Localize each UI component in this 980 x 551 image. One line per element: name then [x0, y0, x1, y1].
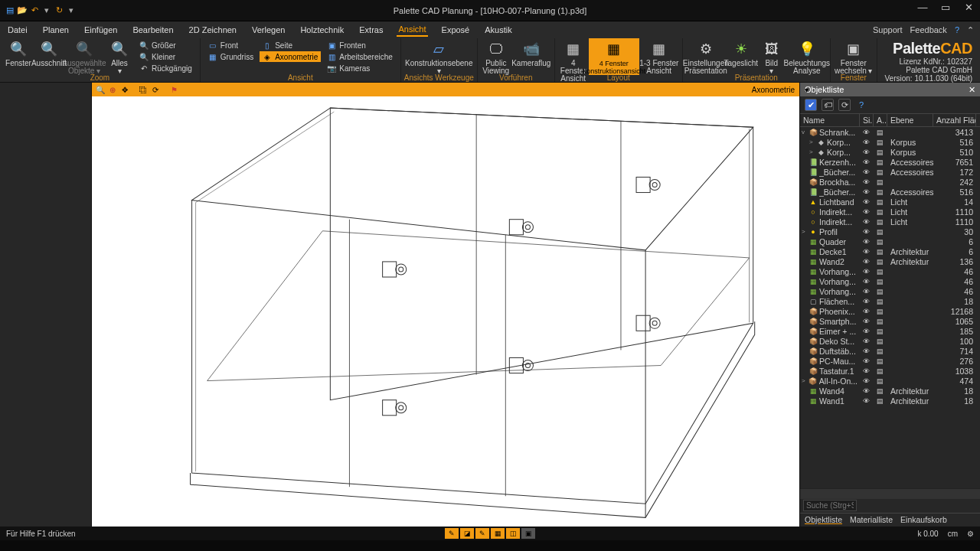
vp-refresh-icon[interactable]: ⟳: [150, 84, 161, 95]
menu-holztechnik[interactable]: Holztechnik: [299, 24, 345, 36]
settings-icon[interactable]: ⚙: [967, 530, 974, 538]
public-viewing-button[interactable]: 🖵Public Viewing: [481, 38, 511, 75]
ansicht-kameras-button[interactable]: 📷Kameras: [324, 63, 395, 73]
tree-row[interactable]: 📦Tastatur.1👁▤1038: [800, 366, 980, 376]
zoom-ausschnitt-button[interactable]: 🔍Ausschnitt: [34, 38, 64, 67]
zoom-fenster-button[interactable]: 🔍Fenster: [3, 38, 34, 67]
tree-row[interactable]: 📦Brockha...👁▤242: [800, 177, 980, 187]
tree-row[interactable]: ○Indirekt...👁▤Licht1110: [800, 207, 980, 217]
qat-more-icon[interactable]: ▾: [66, 5, 77, 16]
viewport-canvas[interactable]: [92, 96, 799, 527]
collapse-ribbon-icon[interactable]: ⌃: [967, 25, 974, 35]
new-icon[interactable]: ▤: [5, 5, 15, 16]
undo-icon[interactable]: ↶: [29, 5, 40, 16]
ansicht-arbeitsbereiche-button[interactable]: ▥Arbeitsbereiche: [324, 51, 395, 62]
tree-row[interactable]: 📗_Bücher...👁▤Accessoires516: [800, 187, 980, 197]
vp-copy-icon[interactable]: ⿻: [138, 84, 149, 95]
tab-materialliste[interactable]: Materialliste: [850, 515, 893, 525]
zoom-groesser-button[interactable]: 🔍Größer: [136, 40, 195, 51]
fenster-wechseln-button[interactable]: ▣Fenster wechseln ▾: [834, 38, 874, 75]
ansicht-front-button[interactable]: ▭Front: [205, 40, 256, 51]
tree-row[interactable]: ▢Flächen...👁▤18: [800, 296, 980, 306]
tree-row[interactable]: ▦Vorhang...👁▤46: [800, 286, 980, 296]
tree-row[interactable]: ○Indirekt...👁▤Licht1110: [800, 217, 980, 227]
menu-einfuegen[interactable]: Einfügen: [83, 24, 119, 36]
vp-dropdown-icon[interactable]: ▾: [805, 86, 808, 94]
help-icon[interactable]: ?: [955, 25, 959, 34]
tree-row[interactable]: >◆Korp...👁▤Korpus510: [800, 147, 980, 157]
tab-objektliste[interactable]: Objektliste: [805, 515, 842, 525]
check-icon[interactable]: ✔: [805, 99, 817, 111]
ansicht-seite-button[interactable]: ▯Seite: [260, 40, 321, 51]
tree-row[interactable]: 📦Duftstäb...👁▤714: [800, 346, 980, 356]
col-si[interactable]: Si...: [860, 114, 874, 126]
tageslicht-button[interactable]: ☀Tageslicht: [726, 38, 756, 67]
menu-extras[interactable]: Extras: [358, 24, 384, 36]
search-input[interactable]: [803, 500, 857, 511]
tree-row[interactable]: ▦Wand4👁▤Architektur18: [800, 386, 980, 396]
feedback-link[interactable]: Feedback: [910, 25, 947, 34]
tree-row[interactable]: >◆Korp...👁▤Korpus516: [800, 137, 980, 147]
tree-row[interactable]: >📦All-In-On...👁▤474: [800, 376, 980, 386]
tree-row[interactable]: ▦Vorhang...👁▤46: [800, 276, 980, 286]
tag-icon[interactable]: 🏷: [822, 99, 834, 111]
menu-2dzeichnen[interactable]: 2D Zeichnen: [188, 24, 238, 36]
si-4[interactable]: ▦: [491, 528, 505, 539]
vp-axis-icon[interactable]: ✥: [119, 84, 130, 95]
tree-row[interactable]: 📦Smartph...👁▤1065: [800, 316, 980, 326]
tree-row[interactable]: 📗Kerzenh...👁▤Accessoires7651: [800, 157, 980, 167]
beleuchtungs-analyse-button[interactable]: 💡Beleuchtungs Analyse: [787, 38, 827, 75]
vp-flag-icon[interactable]: ⚑: [168, 84, 179, 95]
konstruktionsebene-button[interactable]: ▱Konstruktionsebene ▾: [413, 38, 464, 75]
tree-row[interactable]: ▦Vorhang...👁▤46: [800, 266, 980, 276]
layout-13fenster-button[interactable]: ▦1-3 Fenster Ansicht: [639, 38, 679, 75]
si-2[interactable]: ◪: [460, 528, 474, 539]
tree-row[interactable]: 📦Deko St...👁▤100: [800, 336, 980, 346]
si-1[interactable]: ✎: [445, 528, 459, 539]
ansicht-axonometrie-button[interactable]: ◈Axonometrie: [260, 51, 321, 62]
refresh-icon[interactable]: ⟳: [838, 99, 851, 111]
vp-target-icon[interactable]: ⊕: [107, 84, 118, 95]
menu-ansicht[interactable]: Ansicht: [397, 23, 427, 37]
redo-icon[interactable]: ↻: [54, 5, 64, 16]
einstellungen-praesentation-button[interactable]: ⚙Einstellungen Präsentation: [686, 38, 726, 75]
menu-expose[interactable]: Exposé: [440, 24, 472, 36]
zoom-rueckgaengig-button[interactable]: ↶Rückgängig: [136, 63, 195, 73]
zoom-ausgewaehlte-button[interactable]: 🔍Ausgewählte Objekte ▾: [64, 38, 104, 75]
si-6[interactable]: ▣: [521, 528, 535, 539]
menu-akustik[interactable]: Akustik: [483, 24, 513, 36]
tree-row[interactable]: ▲Lichtband👁▤Licht14: [800, 197, 980, 207]
col-a[interactable]: A...: [874, 114, 887, 126]
dropdown-icon[interactable]: ▾: [41, 5, 52, 16]
tree-row[interactable]: ▦Decke1👁▤Architektur6: [800, 246, 980, 256]
minimize-button[interactable]: —: [911, 0, 934, 18]
menu-bearbeiten[interactable]: Bearbeiten: [131, 24, 175, 36]
vp-zoom-icon[interactable]: 🔍: [95, 84, 106, 95]
tree-header[interactable]: Name Si... A... Ebene Anzahl Flächen: [800, 113, 980, 127]
tree-row[interactable]: 📦Eimer + ...👁▤185: [800, 326, 980, 336]
tree-row[interactable]: ▦Quader👁▤6: [800, 236, 980, 246]
horizontal-scrollbar[interactable]: [800, 488, 980, 499]
col-ebene[interactable]: Ebene: [887, 114, 933, 126]
close-button[interactable]: ✕: [957, 0, 980, 18]
kameraflug-button[interactable]: 📹Kameraflug: [511, 38, 551, 67]
tab-einkaufskorb[interactable]: Einkaufskorb: [900, 515, 947, 525]
close-panel-icon[interactable]: ✕: [969, 85, 975, 95]
support-link[interactable]: Support: [873, 25, 903, 34]
help-icon[interactable]: ?: [855, 99, 867, 111]
menu-planen[interactable]: Planen: [41, 24, 70, 36]
maximize-button[interactable]: ▭: [934, 0, 957, 18]
tree-row[interactable]: >●Profil👁▤30: [800, 227, 980, 236]
col-anzahl[interactable]: Anzahl Flächen: [933, 114, 976, 126]
open-icon[interactable]: 📂: [17, 5, 28, 16]
bild-button[interactable]: 🖼Bild ▾: [756, 38, 787, 75]
tree-row[interactable]: 📦Phoenix...👁▤12168: [800, 306, 980, 316]
col-name[interactable]: Name: [800, 114, 860, 126]
ansicht-grundriss-button[interactable]: ▦Grundriss: [205, 51, 256, 62]
si-3[interactable]: ✎: [475, 528, 489, 539]
tree-row[interactable]: v📦Schrank...👁▤3413: [800, 127, 980, 137]
zoom-kleiner-button[interactable]: 🔍Kleiner: [136, 51, 195, 62]
layout-4fenster-konstruktion-button[interactable]: ▦4 Fenster Konstruktionsansicht: [589, 38, 639, 75]
objectlist-tree[interactable]: Name Si... A... Ebene Anzahl Flächen v📦S…: [800, 113, 980, 488]
tree-row[interactable]: ▦Wand1👁▤Architektur18: [800, 396, 980, 406]
